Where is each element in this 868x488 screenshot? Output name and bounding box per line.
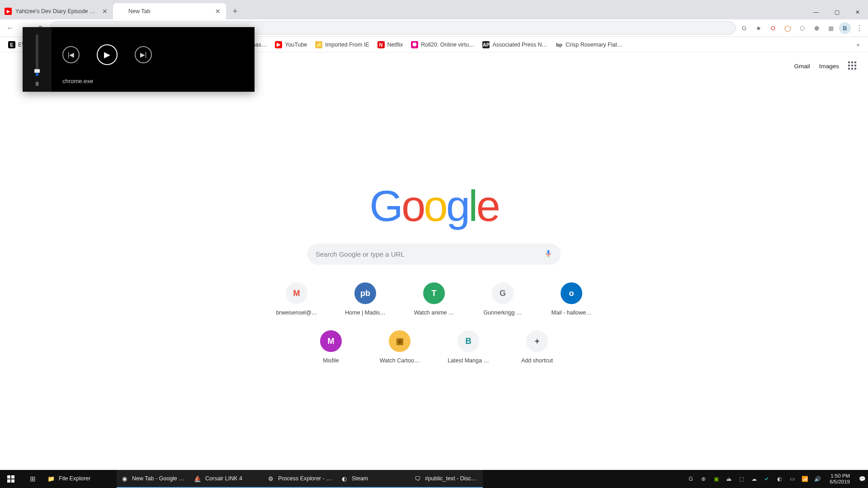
shortcut-icon: o	[561, 282, 582, 304]
time: 1:50 PM	[830, 473, 850, 479]
app-label: File Explorer	[59, 475, 90, 482]
bookmark-label: Netflix	[387, 42, 403, 48]
app-label: New Tab - Google …	[132, 475, 184, 482]
shortcut-tile[interactable]: TWatch anime …	[409, 282, 459, 316]
volume-icon[interactable]: 🔊	[813, 475, 821, 483]
bookmark-label: Associated Press N…	[492, 42, 547, 48]
google-logo: Google	[369, 181, 499, 231]
shortcut-icon: B	[458, 330, 479, 352]
window-controls: — ▢ ✕	[806, 5, 868, 19]
extension-icon[interactable]: ▦	[826, 23, 836, 33]
close-icon[interactable]: ✕	[214, 8, 222, 15]
ntp-center: Google Search Google or type a URL Mbrwe…	[298, 181, 570, 364]
bookmark-icon: ⬣	[411, 41, 418, 48]
app-icon: 📁	[47, 474, 55, 483]
app-icon: ⚙	[267, 474, 274, 483]
shortcut-tile[interactable]: MMisfile	[306, 330, 356, 364]
tray-icon[interactable]: ⊕	[699, 475, 708, 483]
shortcut-tile[interactable]: +Add shortcut	[512, 330, 562, 364]
start-button[interactable]	[0, 470, 22, 488]
maximize-button[interactable]: ▢	[826, 5, 847, 19]
taskbar-app[interactable]: ⚙Process Explorer - S…	[263, 470, 336, 488]
notifications-icon[interactable]: 💬	[858, 475, 866, 483]
app-label: #public_text - Disc…	[425, 475, 477, 482]
voice-search-icon[interactable]	[544, 249, 552, 259]
tray-icon[interactable]: ▣	[712, 475, 720, 483]
new-tab-button[interactable]: +	[229, 5, 241, 18]
extension-icon[interactable]: O	[768, 23, 778, 33]
tray-icon[interactable]: ⛰	[725, 475, 733, 483]
app-icon: ⛵	[193, 474, 202, 483]
close-icon[interactable]: ✕	[101, 8, 108, 15]
network-icon[interactable]: 📶	[801, 475, 809, 483]
play-button[interactable]: ▶	[97, 44, 118, 65]
shortcut-label: Latest Manga …	[448, 357, 489, 364]
taskbar-app[interactable]: 🗨#public_text - Disc…	[410, 470, 483, 488]
minimize-button[interactable]: —	[806, 5, 826, 19]
media-controls: |◀ ▶ ▶|	[62, 32, 246, 78]
bookmark-label: Crisp Rosemary Flat…	[566, 42, 623, 48]
shortcut-icon: ▣	[389, 330, 410, 352]
shortcut-label: Watch anime …	[414, 310, 454, 316]
system-tray: G ⊕ ▣ ⛰ ⬚ ☁ ✔ ◐ ▭ 📶 🔊 1:50 PM 6/5/2019 💬	[687, 473, 868, 485]
taskbar-app[interactable]: ⛵Corsair LINK 4	[190, 470, 263, 488]
shortcuts: Mbrweisensel@…pbHome | Madis…TWatch anim…	[271, 282, 597, 364]
bookmark-item[interactable]: APAssociated Press N…	[479, 39, 551, 50]
bookmark-icon: bp	[556, 41, 563, 48]
tray-icon[interactable]: ☁	[750, 475, 758, 483]
google-apps-icon[interactable]	[848, 61, 857, 70]
extension-icon[interactable]: G	[739, 23, 750, 33]
bookmark-label: YouTube	[285, 42, 307, 48]
bookmark-icon: ▶	[275, 41, 282, 48]
bookmark-item[interactable]: bpCrisp Rosemary Flat…	[552, 39, 626, 50]
tab-newtab[interactable]: New Tab ✕	[113, 3, 226, 19]
task-view-button[interactable]: ⊞	[22, 470, 43, 488]
bookmark-item[interactable]: NNetflix	[374, 39, 407, 50]
tray-icon[interactable]: ◐	[775, 475, 783, 483]
next-track-button[interactable]: ▶|	[135, 46, 152, 63]
taskbar-app[interactable]: ◉New Tab - Google …	[117, 470, 190, 488]
clock[interactable]: 1:50 PM 6/5/2019	[826, 473, 854, 485]
extension-icon[interactable]: ⬢	[811, 23, 822, 33]
shortcut-label: Misfile	[323, 357, 339, 364]
tray-icon[interactable]: G	[687, 475, 695, 483]
volume-fill	[36, 73, 38, 76]
svg-rect-3	[11, 479, 14, 483]
extension-icon[interactable]: ⬡	[797, 23, 807, 33]
gmail-link[interactable]: Gmail	[794, 63, 810, 70]
prev-track-button[interactable]: |◀	[62, 46, 80, 63]
close-window-button[interactable]: ✕	[847, 5, 868, 19]
shortcut-tile[interactable]: BLatest Manga …	[443, 330, 494, 364]
tray-icon[interactable]: ✔	[763, 475, 771, 483]
shortcut-tile[interactable]: pbHome | Madis…	[340, 282, 391, 316]
shortcut-icon: G	[492, 282, 514, 304]
shortcut-tile[interactable]: oMail - hallowe…	[546, 282, 597, 316]
bookmark-label: Imported From IE	[325, 42, 369, 48]
back-button[interactable]: ←	[4, 22, 16, 34]
bookmark-item[interactable]: 📁Imported From IE	[311, 39, 373, 50]
shortcut-tile[interactable]: ▣Watch Cartoo…	[374, 330, 425, 364]
volume-track[interactable]	[36, 34, 38, 76]
volume-slider[interactable]: 8	[23, 27, 52, 92]
search-box[interactable]: Search Google or type a URL	[307, 244, 561, 264]
bookmark-item[interactable]: ⬣Roll20: Online virtu…	[407, 39, 478, 50]
bookmark-icon: AP	[482, 41, 490, 48]
blank-icon	[118, 8, 125, 15]
shortcut-tile[interactable]: GGunnerkrigg …	[477, 282, 528, 316]
tab-yahtzee[interactable]: ▶ Yahtzee's Dev Diary Episode 3: B… ✕	[0, 3, 113, 19]
shortcut-label: Add shortcut	[521, 357, 553, 364]
profile-avatar[interactable]: B	[839, 22, 851, 34]
taskbar-app[interactable]: 📁File Explorer	[43, 470, 117, 488]
images-link[interactable]: Images	[819, 63, 839, 70]
extension-icon[interactable]: ◯	[782, 23, 793, 33]
volume-thumb[interactable]	[34, 69, 40, 73]
bookmarks-overflow-button[interactable]: »	[853, 39, 863, 50]
tray-icon[interactable]: ⬚	[737, 475, 745, 483]
shortcut-tile[interactable]: Mbrweisensel@…	[271, 282, 322, 316]
taskbar-app[interactable]: ◐Steam	[336, 470, 410, 488]
bookmark-item[interactable]: ▶YouTube	[271, 39, 311, 50]
extension-icon[interactable]: ★	[753, 23, 764, 33]
shortcut-label: Watch Cartoo…	[380, 357, 420, 364]
tray-icon[interactable]: ▭	[788, 475, 796, 483]
chrome-menu-button[interactable]: ⋮	[854, 23, 864, 33]
